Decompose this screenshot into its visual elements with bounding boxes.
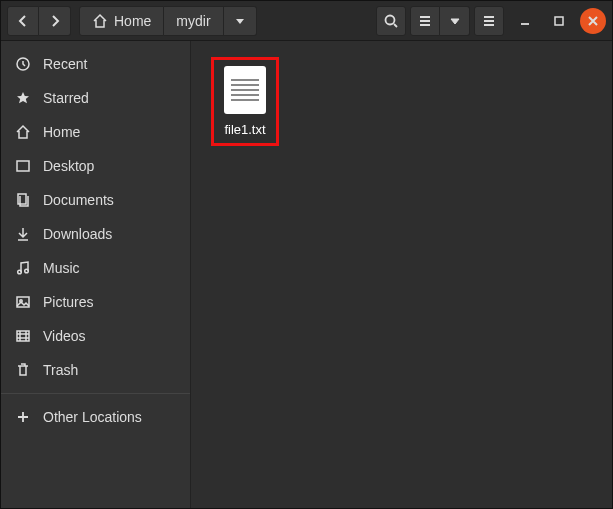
svg-rect-9 [17, 331, 29, 341]
titlebar: Home mydir [1, 1, 612, 41]
view-dropdown-button[interactable] [440, 6, 470, 36]
sidebar-separator [1, 393, 190, 394]
path-current-label: mydir [176, 13, 210, 29]
chevron-right-icon [47, 13, 63, 29]
sidebar-item-desktop[interactable]: Desktop [1, 149, 190, 183]
svg-point-5 [18, 270, 22, 274]
videos-icon [15, 328, 31, 344]
documents-icon [15, 192, 31, 208]
sidebar-item-documents[interactable]: Documents [1, 183, 190, 217]
maximize-icon [551, 13, 567, 29]
sidebar-item-videos[interactable]: Videos [1, 319, 190, 353]
desktop-icon [15, 158, 31, 174]
path-home[interactable]: Home [79, 6, 164, 36]
sidebar-item-other-locations[interactable]: Other Locations [1, 400, 190, 434]
list-icon [417, 13, 433, 29]
svg-rect-3 [17, 161, 29, 171]
path-bar: Home mydir [79, 6, 257, 36]
sidebar-item-pictures[interactable]: Pictures [1, 285, 190, 319]
search-button[interactable] [376, 6, 406, 36]
downloads-icon [15, 226, 31, 242]
sidebar-item-label: Trash [43, 362, 78, 378]
trash-icon [15, 362, 31, 378]
path-home-label: Home [114, 13, 151, 29]
home-icon [92, 13, 108, 29]
svg-rect-7 [17, 297, 29, 307]
text-file-icon [224, 66, 266, 114]
svg-point-0 [386, 15, 395, 24]
minimize-icon [517, 13, 533, 29]
file-item[interactable]: file1.txt [211, 57, 279, 146]
sidebar-item-label: Downloads [43, 226, 112, 242]
sidebar-item-trash[interactable]: Trash [1, 353, 190, 387]
svg-rect-4 [18, 194, 26, 204]
star-icon [15, 90, 31, 106]
plus-icon [15, 409, 31, 425]
nav-group [7, 6, 71, 36]
minimize-button[interactable] [512, 8, 538, 34]
list-view-button[interactable] [410, 6, 440, 36]
close-icon [585, 13, 601, 29]
svg-rect-1 [555, 17, 563, 25]
sidebar-item-label: Starred [43, 90, 89, 106]
chevron-left-icon [15, 13, 31, 29]
sidebar-item-starred[interactable]: Starred [1, 81, 190, 115]
back-button[interactable] [7, 6, 39, 36]
maximize-button[interactable] [546, 8, 572, 34]
hamburger-menu-button[interactable] [474, 6, 504, 36]
caret-down-icon [447, 13, 463, 29]
body: Recent Starred Home Desktop Documents Do… [1, 41, 612, 508]
sidebar-item-label: Recent [43, 56, 87, 72]
svg-point-6 [25, 269, 29, 273]
hamburger-icon [481, 13, 497, 29]
home-icon [15, 124, 31, 140]
sidebar-item-label: Videos [43, 328, 86, 344]
sidebar-item-label: Other Locations [43, 409, 142, 425]
sidebar-item-label: Pictures [43, 294, 94, 310]
pictures-icon [15, 294, 31, 310]
clock-icon [15, 56, 31, 72]
sidebar-item-music[interactable]: Music [1, 251, 190, 285]
sidebar: Recent Starred Home Desktop Documents Do… [1, 41, 191, 508]
forward-button[interactable] [39, 6, 71, 36]
path-menu-button[interactable] [224, 6, 257, 36]
sidebar-item-label: Desktop [43, 158, 94, 174]
caret-down-icon [232, 13, 248, 29]
sidebar-item-label: Documents [43, 192, 114, 208]
path-current[interactable]: mydir [164, 6, 223, 36]
close-button[interactable] [580, 8, 606, 34]
sidebar-item-label: Home [43, 124, 80, 140]
search-icon [383, 13, 399, 29]
content-area[interactable]: file1.txt [191, 41, 612, 508]
file-label: file1.txt [224, 122, 265, 137]
file-manager-window: Home mydir [0, 0, 613, 509]
sidebar-item-downloads[interactable]: Downloads [1, 217, 190, 251]
sidebar-item-home[interactable]: Home [1, 115, 190, 149]
music-icon [15, 260, 31, 276]
view-group [410, 6, 470, 36]
sidebar-item-label: Music [43, 260, 80, 276]
sidebar-item-recent[interactable]: Recent [1, 47, 190, 81]
